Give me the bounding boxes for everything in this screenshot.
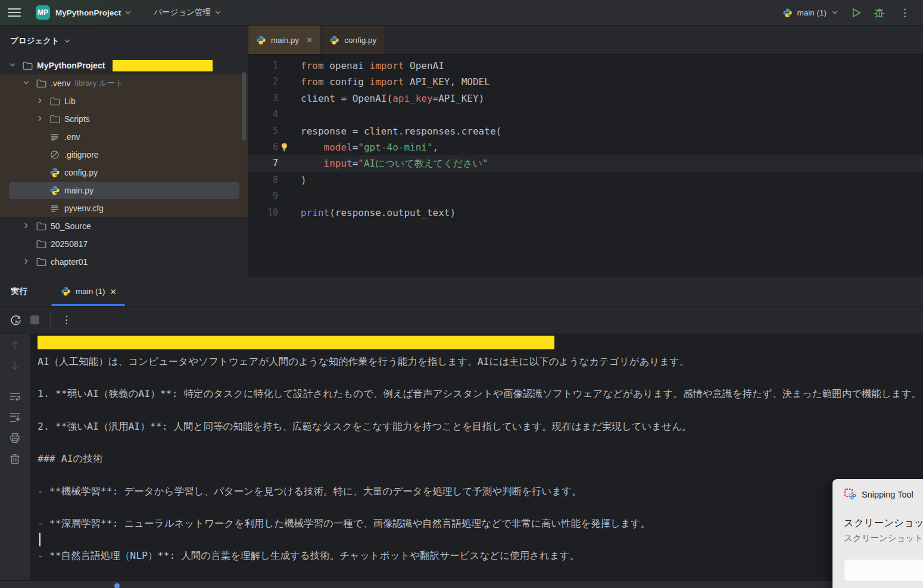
code-line-5: 5response = client.responses.create( [248, 123, 923, 139]
snipping-action-field[interactable] [844, 559, 923, 581]
python-icon [329, 35, 339, 45]
console-redaction-bar [38, 336, 554, 349]
main-toolbar: MP MyPythonProject バージョン管理 main (1) ⋮ [0, 0, 923, 26]
tree-item-scripts[interactable]: Scripts [0, 110, 248, 128]
run-tab-main[interactable]: main (1) ✕ [56, 277, 121, 306]
rerun-button[interactable] [10, 314, 22, 326]
folder-icon [22, 60, 33, 71]
tree-scrollbar[interactable] [242, 72, 246, 140]
chevron-down-icon [8, 61, 17, 69]
intention-bulb-icon[interactable] [279, 142, 289, 152]
console-line: AI（人工知能）は、コンピュータやソフトウェアが人間のような知的作業を行う能力を… [38, 354, 923, 370]
tree-item--venv[interactable]: .venvlibrary ルート [0, 74, 248, 92]
editor-tab-config-py[interactable]: config.py [322, 26, 384, 54]
tree-expander[interactable] [22, 79, 32, 88]
code-text [278, 107, 307, 123]
arrow-up-icon[interactable] [8, 339, 21, 352]
folder-icon [36, 221, 46, 232]
tree-item-chapter01[interactable]: chapter01 [0, 253, 248, 271]
run-button[interactable] [850, 7, 862, 19]
console-line: - **深層学習**: ニューラルネットワークを利用した機械学習の一種で、画像認… [38, 515, 923, 531]
text-file-icon [49, 203, 60, 214]
hamburger-menu-icon[interactable] [8, 8, 21, 17]
chevron-right-icon [36, 114, 44, 123]
tree-expander-spacer [36, 168, 45, 177]
tree-item--gitignore[interactable]: .gitignore [0, 146, 248, 164]
snipping-tool-icon [844, 488, 856, 501]
close-icon[interactable]: ✕ [306, 36, 313, 45]
code-text: input="AIについて教えてください" [278, 155, 488, 171]
line-number: 10 [248, 205, 278, 221]
tree-expander[interactable] [8, 61, 18, 70]
softwrap-icon[interactable] [8, 390, 21, 403]
status-bar [0, 580, 923, 588]
code-editor[interactable]: 1from openai import OpenAI2from config i… [248, 55, 923, 277]
tree-item-config-py[interactable]: config.py [0, 164, 248, 182]
tree-item-50-source[interactable]: 50_Source [0, 217, 248, 235]
ignored-file-icon [49, 149, 60, 160]
code-line-10: 10print(response.output_text) [248, 205, 923, 221]
snipping-tool-notification[interactable]: Snipping Tool スクリーンショットをク スクリーンショット ファ [832, 479, 923, 588]
more-options-button[interactable]: ⋮ [900, 7, 910, 19]
code-text: ) [278, 172, 307, 188]
chevron-right-icon [22, 257, 30, 265]
editor-tab-bar: main.py✕config.py [248, 26, 923, 55]
tree-item-mypythonproject[interactable]: MyPythonProject [0, 57, 248, 74]
caret-line [38, 531, 923, 548]
tree-expander-spacer [36, 150, 45, 159]
arrow-down-icon[interactable] [8, 359, 21, 373]
tree-item-label: Lib [64, 96, 76, 106]
folder-icon [36, 239, 46, 249]
tree-item-pyvenv-cfg[interactable]: pyvenv.cfg [0, 199, 248, 217]
tree-expander[interactable] [36, 114, 45, 124]
tree-expander-spacer [36, 132, 45, 142]
console-output[interactable]: AI（人工知能）は、コンピュータやソフトウェアが人間のような知的作業を行う能力を… [30, 334, 923, 580]
chevron-down-icon [63, 37, 71, 45]
tree-item-label: .env [64, 132, 80, 142]
tree-expander[interactable] [22, 257, 32, 267]
bug-icon [873, 7, 885, 19]
tree-item-20250817[interactable]: 20250817 [0, 235, 248, 253]
folder-icon [36, 78, 46, 89]
tree-item-label: .venv [51, 79, 70, 88]
tree-item-label: 50_Source [51, 221, 91, 231]
printer-icon[interactable] [8, 431, 21, 445]
trash-icon[interactable] [8, 452, 21, 465]
tree-expander[interactable] [36, 96, 45, 106]
vcs-widget[interactable]: バージョン管理 [154, 7, 222, 18]
code-text: from openai import OpenAI [278, 58, 444, 74]
stop-button[interactable] [30, 315, 39, 324]
tree-item-label: .gitignore [64, 150, 99, 159]
tree-item-lib[interactable]: Lib [0, 92, 248, 110]
project-widget[interactable]: MyPythonProject [50, 8, 132, 17]
text-file-icon [49, 132, 60, 142]
editor-tab-main-py[interactable]: main.py✕ [248, 26, 320, 54]
code-line-7: 7 input="AIについて教えてください" [248, 155, 923, 171]
line-number: 4 [248, 107, 278, 123]
project-panel-header[interactable]: プロジェクト [0, 26, 248, 57]
status-notification-dot[interactable] [114, 583, 120, 588]
scrollend-icon[interactable] [8, 411, 21, 424]
project-badge: MP [36, 5, 50, 20]
project-panel-title: プロジェクト [10, 36, 60, 46]
redaction-bar [113, 60, 213, 71]
close-icon[interactable]: ✕ [110, 287, 117, 296]
line-number: 3 [248, 90, 278, 107]
tree-expander-spacer [36, 186, 45, 195]
run-more-options-button[interactable]: ⋮ [61, 314, 71, 326]
debug-button[interactable] [873, 7, 885, 19]
code-line-3: 3client = OpenAI(api_key=API_KEY) [248, 90, 923, 107]
run-panel-header: 実行 main (1) ✕ [0, 277, 923, 306]
editor-area: main.py✕config.py 1from openai import Op… [248, 26, 923, 277]
python-icon [61, 286, 71, 296]
tree-expander[interactable] [22, 221, 32, 231]
tree-item--env[interactable]: .env [0, 128, 248, 146]
tree-item-main-py[interactable]: main.py [0, 182, 248, 199]
toolbar-separator [50, 314, 51, 326]
tree-item-label: Scripts [64, 114, 90, 124]
snipping-message-line2: スクリーンショット ファ [844, 533, 923, 544]
code-text: model="gpt-4o-mini", [278, 139, 438, 155]
line-number: 7 [248, 155, 278, 171]
run-configuration-selector[interactable]: main (1) [782, 8, 839, 18]
tree-item-label: chapter01 [51, 257, 88, 267]
